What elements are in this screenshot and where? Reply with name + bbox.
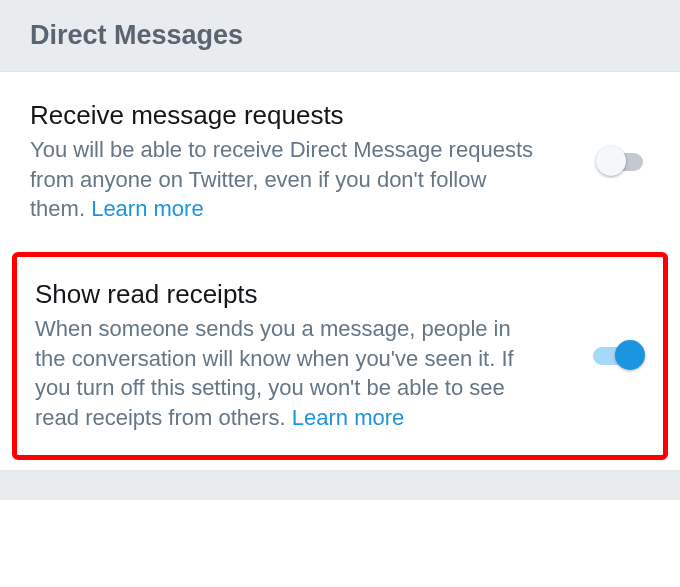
setting-receive-message-requests: Receive message requests You will be abl…	[0, 72, 680, 252]
learn-more-link[interactable]: Learn more	[292, 405, 405, 430]
receive-requests-toggle[interactable]	[598, 151, 650, 173]
setting-show-read-receipts: Show read receipts When someone sends yo…	[17, 257, 663, 455]
setting-description: When someone sends you a message, people…	[35, 314, 545, 433]
setting-text-block: Receive message requests You will be abl…	[30, 100, 540, 224]
setting-title: Show read receipts	[35, 279, 545, 310]
toggle-thumb	[596, 146, 626, 176]
setting-text-block: Show read receipts When someone sends yo…	[35, 279, 545, 433]
setting-description: You will be able to receive Direct Messa…	[30, 135, 540, 224]
settings-header: Direct Messages	[0, 0, 680, 72]
read-receipts-toggle[interactable]	[593, 345, 645, 367]
settings-list: Receive message requests You will be abl…	[0, 72, 680, 460]
footer-spacer	[0, 470, 680, 500]
learn-more-link[interactable]: Learn more	[91, 196, 204, 221]
setting-desc-text: When someone sends you a message, people…	[35, 316, 514, 430]
page-title: Direct Messages	[30, 20, 650, 51]
toggle-thumb	[615, 340, 645, 370]
highlight-annotation: Show read receipts When someone sends yo…	[12, 252, 668, 460]
setting-title: Receive message requests	[30, 100, 540, 131]
